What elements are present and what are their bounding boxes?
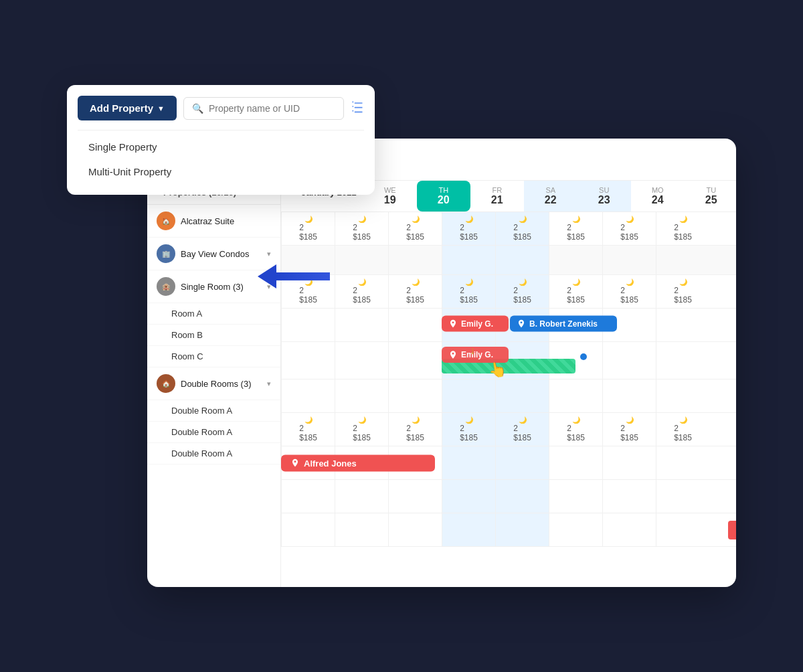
cell-dr-23[interactable]: 🌙2$185 [495,413,549,446]
day-num-21: 21 [470,194,524,206]
cursor-icon: 👆 [487,360,508,380]
expand-icon-bayview[interactable]: ▾ [267,250,271,258]
cell-sr-20[interactable]: 🌙2$185 [335,275,388,308]
cell-da2-23[interactable] [495,480,549,513]
cell-sr-22[interactable]: 🌙2$185 [442,275,495,308]
airbnb-icon-alfred [290,458,300,468]
menu-item-single[interactable]: Single Property [78,135,364,159]
property-list: ‹ Properties (16/16) 🏠 Alcatraz Suite 🏢 … [147,181,281,587]
day-name-23: SU [577,186,631,194]
booking-bar-robert[interactable]: B. Robert Zenekis [510,315,617,331]
cell-ra-21[interactable] [388,309,442,341]
expand-icon-doublerooms[interactable]: ▾ [267,380,271,388]
cell-rc-21[interactable] [388,380,442,412]
cell-rc-20[interactable] [335,380,388,412]
booking-bar-emily1[interactable]: Emily G. [442,315,509,331]
day-name-20: TH [417,186,470,194]
cell-rc-23[interactable] [495,380,549,412]
cell-rc-25[interactable] [602,380,656,412]
property-name-singleroom: Single Room (3) [181,282,244,292]
cell-da-22[interactable] [442,446,495,479]
sub-property-double-a2[interactable]: Double Room A [147,422,280,443]
cell-alcatraz-20[interactable]: 🌙2$185 [335,212,388,245]
booking-bar-emily2[interactable]: Emily G. [442,347,509,363]
cell-da3-24[interactable] [549,513,602,546]
filter-icon[interactable] [351,100,364,116]
sub-property-double-a1[interactable]: Double Room A [147,400,280,422]
cell-sr-24[interactable]: 🌙2$185 [549,275,602,308]
cell-da2-22[interactable] [442,480,495,513]
cell-alcatraz-22[interactable]: 🌙2$185 [442,212,495,245]
cell-da-23[interactable] [495,446,549,479]
cell-rc-24[interactable] [549,380,602,412]
emily1-name: Emily G. [461,319,493,328]
cell-da3-21[interactable] [388,513,442,546]
sub-property-room-a[interactable]: Room A [147,303,280,325]
cell-rb-26[interactable] [656,342,709,379]
cell-ra-26[interactable] [656,309,709,341]
cell-dr-25[interactable]: 🌙2$185 [602,413,656,446]
cell-da3-20[interactable] [335,513,388,546]
search-input[interactable] [209,103,335,114]
cell-da2-19[interactable] [281,480,335,513]
cell-ra-19[interactable] [281,309,335,341]
cell-rb-20[interactable] [335,342,388,379]
cell-rc-26[interactable] [656,380,709,412]
cell-rb-19[interactable] [281,342,335,379]
cell-bayview-24[interactable] [549,246,602,274]
cell-bayview-22[interactable] [442,246,495,274]
cell-sr-23[interactable]: 🌙2$185 [495,275,549,308]
cell-da2-25[interactable] [602,480,656,513]
sub-property-room-c[interactable]: Room C [147,346,280,367]
cell-da-26[interactable] [656,446,709,479]
cell-alcatraz-23[interactable]: 🌙2$185 [495,212,549,245]
cell-da-24[interactable] [549,446,602,479]
cell-alcatraz-25[interactable]: 🌙2$185 [602,212,656,245]
cell-dr-21[interactable]: 🌙2$185 [388,413,442,446]
cell-alcatraz-21[interactable]: 🌙2$185 [388,212,442,245]
cell-ra-20[interactable] [335,309,388,341]
cell-rc-22[interactable] [442,380,495,412]
cell-da2-20[interactable] [335,480,388,513]
cell-da3-19[interactable] [281,513,335,546]
cell-da3-26[interactable] [656,513,709,546]
cell-dr-22[interactable]: 🌙2$185 [442,413,495,446]
cell-da2-21[interactable] [388,480,442,513]
cell-bayview-25[interactable] [602,246,656,274]
search-box[interactable]: 🔍 [183,97,344,120]
calendar-body: ‹ Properties (16/16) 🏠 Alcatraz Suite 🏢 … [147,181,736,587]
cell-sr-25[interactable]: 🌙2$185 [602,275,656,308]
day-num-22: 22 [524,194,577,206]
day-num-23: 23 [577,194,631,206]
cell-sr-26[interactable]: 🌙2$185 [656,275,709,308]
cell-da3-22[interactable] [442,513,495,546]
sub-property-room-b[interactable]: Room B [147,325,280,346]
property-item-doublerooms[interactable]: 🏠 Double Rooms (3) ▾ [147,367,280,400]
cell-rb-21[interactable] [388,342,442,379]
cell-alcatraz-24[interactable]: 🌙2$185 [549,212,602,245]
menu-item-multi[interactable]: Multi-Unit Property [78,159,364,184]
add-property-button[interactable]: Add Property ▼ [78,96,177,120]
cell-sr-21[interactable]: 🌙2$185 [388,275,442,308]
sub-property-double-a3[interactable]: Double Room A [147,443,280,465]
cell-bayview-23[interactable] [495,246,549,274]
cell-da3-23[interactable] [495,513,549,546]
cell-alcatraz-19[interactable]: 🌙2$185 [281,212,335,245]
booking-bar-alfred[interactable]: Alfred Jones [281,454,435,471]
cell-dr-26[interactable]: 🌙2$185 [656,413,709,446]
cell-da2-24[interactable] [549,480,602,513]
cell-dr-20[interactable]: 🌙2$185 [335,413,388,446]
cell-da3-25[interactable] [602,513,656,546]
cell-rb-25[interactable] [602,342,656,379]
cell-dr-24[interactable]: 🌙2$185 [549,413,602,446]
cell-dr-19[interactable]: 🌙2$185 [281,413,335,446]
cell-alcatraz-26[interactable]: 🌙2$185 [656,212,709,245]
day-num-19: 19 [363,194,417,206]
cell-rc-19[interactable] [281,380,335,412]
cell-bayview-21[interactable] [388,246,442,274]
cell-da-25[interactable] [602,446,656,479]
cell-da2-26[interactable] [656,480,709,513]
property-item-alcatraz[interactable]: 🏠 Alcatraz Suite [147,205,280,238]
cell-bayview-26[interactable] [656,246,709,274]
cell-bayview-20[interactable] [335,246,388,274]
